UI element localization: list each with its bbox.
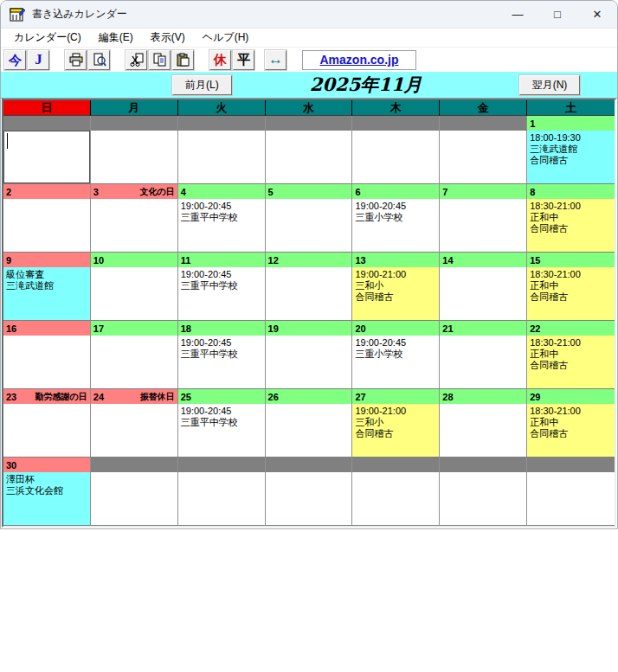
calendar-cell[interactable] xyxy=(440,458,527,526)
calendar-cell[interactable]: 16 xyxy=(3,321,91,389)
calendar-cell[interactable]: 2218:30-21:00 正和中 合同稽古 xyxy=(527,321,615,389)
event-body[interactable] xyxy=(3,336,90,388)
calendar-cell[interactable]: 17 xyxy=(91,321,178,389)
menu-calendar[interactable]: カレンダー(C) xyxy=(6,29,89,47)
event-body[interactable] xyxy=(440,336,526,388)
calendar-cell[interactable]: 3文化の日 xyxy=(91,184,178,253)
calendar-cell[interactable]: 118:00-19:30 三滝武道館 合同稽古 xyxy=(527,116,615,184)
holiday-button[interactable]: 休 xyxy=(209,50,231,70)
event-body[interactable] xyxy=(178,131,265,183)
event-body[interactable]: 級位審査 三滝武道館 xyxy=(3,267,90,320)
amazon-link[interactable]: Amazon.co.jp xyxy=(319,53,398,67)
cut-button[interactable] xyxy=(126,50,147,70)
calendar-cell[interactable] xyxy=(266,458,353,526)
calendar-cell[interactable]: 14 xyxy=(440,253,527,321)
calendar-cell[interactable]: 2918:30-21:00 正和中 合同稽古 xyxy=(527,389,615,458)
jump-button[interactable]: J xyxy=(28,50,49,70)
event-body[interactable]: 18:30-21:00 正和中 合同稽古 xyxy=(527,404,615,457)
calendar-cell[interactable]: 23勤労感謝の日 xyxy=(3,389,91,458)
calendar-cell[interactable] xyxy=(91,458,178,526)
event-body[interactable]: 19:00-20:45 三重平中学校 xyxy=(178,336,265,388)
calendar-cell[interactable]: 7 xyxy=(440,184,527,253)
calendar-cell[interactable] xyxy=(352,116,440,184)
event-body[interactable] xyxy=(3,131,90,183)
event-body[interactable] xyxy=(440,131,526,183)
copy-button[interactable] xyxy=(149,50,171,70)
calendar-cell[interactable]: 12 xyxy=(266,253,353,321)
event-body[interactable] xyxy=(352,131,439,183)
calendar-cell[interactable]: 2719:00-21:00 三和小 合同稽古 xyxy=(352,389,440,458)
calendar-cell[interactable] xyxy=(527,458,615,526)
swap-button[interactable]: ↔ xyxy=(265,50,286,70)
event-body[interactable]: 18:30-21:00 正和中 合同稽古 xyxy=(527,199,615,252)
event-body[interactable] xyxy=(266,336,352,388)
close-button[interactable]: ✕ xyxy=(577,1,617,28)
event-body[interactable] xyxy=(440,267,526,320)
event-body[interactable] xyxy=(91,336,177,388)
calendar-cell[interactable]: 19 xyxy=(266,321,353,389)
menu-edit[interactable]: 編集(E) xyxy=(91,29,141,47)
today-button[interactable]: 今 xyxy=(4,50,26,70)
calendar-cell[interactable]: 1518:30-21:00 正和中 合同稽古 xyxy=(527,253,615,321)
event-body[interactable] xyxy=(3,404,90,457)
calendar-cell[interactable]: 2019:00-20:45 三重小学校 xyxy=(352,321,440,389)
calendar-cell[interactable]: 9級位審査 三滝武道館 xyxy=(3,253,91,321)
calendar-cell[interactable]: 28 xyxy=(440,389,527,458)
event-body[interactable]: 澤田杯 三浜文化会館 xyxy=(3,472,90,525)
calendar-cell[interactable]: 1119:00-20:45 三重平中学校 xyxy=(178,253,266,321)
event-body[interactable]: 18:30-21:00 正和中 合同稽古 xyxy=(527,336,615,388)
calendar-cell[interactable]: 30澤田杯 三浜文化会館 xyxy=(3,458,91,526)
print-preview-button[interactable] xyxy=(88,50,110,70)
event-body[interactable] xyxy=(91,131,177,183)
calendar-cell[interactable]: 619:00-20:45 三重小学校 xyxy=(352,184,440,253)
event-body[interactable] xyxy=(91,404,177,457)
event-body[interactable] xyxy=(266,404,352,457)
event-body[interactable]: 18:30-21:00 正和中 合同稽古 xyxy=(527,267,615,320)
calendar-cell[interactable] xyxy=(440,116,527,184)
calendar-cell[interactable]: 24振替休日 xyxy=(91,389,178,458)
calendar-cell[interactable] xyxy=(3,116,91,184)
event-body[interactable] xyxy=(266,472,352,525)
calendar-cell[interactable]: 419:00-20:45 三重平中学校 xyxy=(178,184,266,253)
event-body[interactable]: 19:00-20:45 三重小学校 xyxy=(352,336,439,388)
next-month-button[interactable]: 翌月(N) xyxy=(519,75,581,95)
event-body[interactable]: 19:00-20:45 三重平中学校 xyxy=(178,267,265,320)
event-body[interactable] xyxy=(266,199,352,252)
event-body[interactable] xyxy=(3,199,90,252)
event-body[interactable] xyxy=(266,267,352,320)
calendar-cell[interactable] xyxy=(91,116,178,184)
weekday-button[interactable]: 平 xyxy=(233,50,254,70)
calendar-cell[interactable]: 1319:00-21:00 三和小 合同稽古 xyxy=(352,253,440,321)
event-body[interactable]: 18:00-19:30 三滝武道館 合同稽古 xyxy=(527,131,615,183)
calendar-cell[interactable]: 26 xyxy=(266,389,353,458)
paste-button[interactable] xyxy=(172,50,194,70)
menu-view[interactable]: 表示(V) xyxy=(143,29,193,47)
event-body[interactable] xyxy=(178,472,265,525)
event-body[interactable] xyxy=(440,404,526,457)
event-body[interactable]: 19:00-21:00 三和小 合同稽古 xyxy=(352,267,439,320)
event-body[interactable] xyxy=(91,472,177,525)
event-body[interactable] xyxy=(440,472,526,525)
event-body[interactable]: 19:00-20:45 三重平中学校 xyxy=(178,404,265,457)
event-body[interactable]: 19:00-20:45 三重小学校 xyxy=(352,199,439,252)
calendar-cell[interactable]: 21 xyxy=(440,321,527,389)
event-body[interactable] xyxy=(91,199,177,252)
event-body[interactable] xyxy=(440,199,526,252)
event-body[interactable]: 19:00-21:00 三和小 合同稽古 xyxy=(352,404,439,457)
calendar-cell[interactable]: 10 xyxy=(91,253,178,321)
calendar-cell[interactable] xyxy=(266,116,353,184)
calendar-cell[interactable]: 2 xyxy=(3,184,91,253)
event-body[interactable] xyxy=(266,131,352,183)
minimize-button[interactable]: — xyxy=(498,1,538,28)
event-body[interactable]: 19:00-20:45 三重平中学校 xyxy=(178,199,265,252)
prev-month-button[interactable]: 前月(L) xyxy=(172,75,232,95)
event-body[interactable] xyxy=(352,472,439,525)
print-button[interactable] xyxy=(65,50,87,70)
calendar-cell[interactable]: 5 xyxy=(266,184,353,253)
calendar-cell[interactable]: 1819:00-20:45 三重平中学校 xyxy=(178,321,266,389)
calendar-cell[interactable] xyxy=(178,458,266,526)
calendar-cell[interactable] xyxy=(352,458,440,526)
calendar-cell[interactable] xyxy=(178,116,266,184)
maximize-button[interactable]: □ xyxy=(538,1,577,28)
calendar-cell[interactable]: 818:30-21:00 正和中 合同稽古 xyxy=(527,184,615,253)
